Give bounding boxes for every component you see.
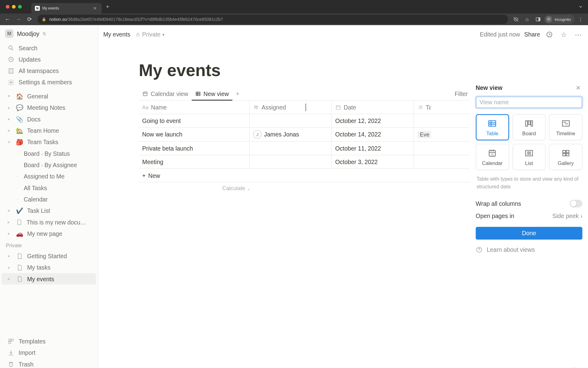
bookmark-star-icon[interactable]: ☆ — [522, 14, 532, 24]
column-header-assigned[interactable]: Assigned — [250, 101, 332, 114]
done-button[interactable]: Done — [476, 227, 582, 240]
incognito-label: Incognito — [555, 17, 571, 22]
sidebar-page-getting-started[interactable]: ▸ Getting Started — [2, 250, 96, 262]
cell-assigned[interactable] — [250, 155, 332, 168]
cell-assigned[interactable]: J James Jonas — [250, 128, 332, 141]
new-tab-button[interactable]: + — [102, 4, 114, 10]
chevron-right-icon[interactable]: ▸ — [6, 105, 12, 110]
cell-assigned[interactable] — [250, 114, 332, 127]
address-bar[interactable]: 🔒 notion.so/36d8a1be657e49d0940178c18eac… — [37, 15, 508, 24]
wrap-columns-toggle[interactable] — [570, 200, 582, 207]
sidebar-page-my-events[interactable]: ▸ My events — [2, 273, 96, 284]
sidebar-page-assigned-to-me[interactable]: · Assigned to Me — [2, 171, 96, 182]
cell-tags[interactable] — [414, 142, 431, 155]
sidebar-page-team-tasks[interactable]: ▾ 🎒 Team Tasks — [2, 136, 96, 148]
maximize-window-button[interactable] — [18, 5, 22, 9]
sidebar-page-calendar[interactable]: · Calendar — [2, 194, 96, 205]
calculate-button[interactable]: Calculate ⌄ — [139, 182, 334, 194]
sidebar-import[interactable]: Import — [2, 347, 96, 358]
sidebar-page-new-document[interactable]: ▸ This is my new document — [2, 216, 96, 228]
chevron-right-icon[interactable]: ▸ — [6, 117, 12, 121]
chevron-down-icon[interactable]: ▾ — [6, 140, 12, 144]
sidebar-page-team-home[interactable]: ▸ 🏡 Team Home — [2, 125, 96, 136]
side-panel-icon[interactable] — [533, 14, 543, 24]
cell-name[interactable]: Private beta launch — [139, 142, 250, 155]
sidebar-all-teamspaces[interactable]: All teamspaces — [2, 65, 96, 76]
sidebar-page-board-assignee[interactable]: · Board · By Assignee — [2, 159, 96, 171]
cell-date[interactable]: October 14, 2022 — [332, 128, 414, 141]
view-tab-calendar[interactable]: Calendar view — [139, 88, 191, 100]
sidebar-page-my-new-page[interactable]: ▸ 🚗 My new page — [2, 228, 96, 239]
workspace-switcher[interactable]: M Moodjoy ⇅ — [0, 25, 98, 42]
cell-name[interactable]: Now we launch — [139, 128, 250, 141]
chevron-right-icon[interactable]: ▸ — [6, 254, 12, 258]
filter-button[interactable]: Filter — [451, 89, 471, 99]
privacy-dropdown[interactable]: Private ▾ — [135, 31, 164, 38]
chevron-right-icon[interactable]: ▸ — [6, 128, 12, 133]
cell-name[interactable]: Meeting — [139, 155, 250, 168]
learn-about-views-link[interactable]: Learn about views — [476, 246, 582, 253]
sidebar-search[interactable]: Search — [2, 42, 96, 53]
page-title[interactable]: My events — [139, 61, 548, 80]
chevron-down-icon[interactable]: ▾ — [6, 94, 12, 98]
view-type-table[interactable]: Table — [476, 114, 509, 140]
updates-icon[interactable] — [544, 29, 554, 40]
cell-date[interactable]: October 11, 2022 — [332, 142, 414, 155]
cell-date[interactable]: October 3, 2022 — [332, 155, 414, 168]
sidebar-settings[interactable]: Settings & members — [2, 76, 96, 88]
close-window-button[interactable] — [6, 5, 9, 9]
sidebar-page-my-tasks[interactable]: ▸ My tasks — [2, 262, 96, 273]
forward-button[interactable]: → — [13, 14, 23, 24]
column-header-tags[interactable]: Ta — [414, 101, 431, 114]
sidebar-templates[interactable]: Templates — [2, 335, 96, 347]
back-button[interactable]: ← — [2, 14, 12, 24]
sidebar-page-meeting-notes[interactable]: ▸ 💬 Meeting Notes — [2, 102, 96, 113]
minimize-window-button[interactable] — [12, 5, 16, 9]
private-section-label[interactable]: Private — [0, 239, 98, 250]
sidebar-page-task-list[interactable]: ▸ ✔️ Task List — [2, 205, 96, 216]
view-type-calendar[interactable]: 31 Calendar — [476, 144, 509, 170]
reload-button[interactable]: ⟳ — [24, 14, 34, 24]
svg-point-5 — [10, 81, 12, 83]
breadcrumb[interactable]: My events Private ▾ — [103, 31, 164, 38]
add-view-button[interactable]: + — [232, 87, 243, 100]
favorite-star-icon[interactable]: ☆ — [559, 29, 569, 40]
chevron-down-icon[interactable] — [576, 5, 586, 9]
view-type-gallery[interactable]: Gallery — [549, 144, 582, 170]
sidebar-page-board-status[interactable]: · Board · By Status — [2, 148, 96, 159]
sidebar-page-docs[interactable]: ▸ 📎 Docs — [2, 113, 96, 125]
view-type-timeline[interactable]: Timeline — [549, 114, 582, 140]
view-type-board[interactable]: Board — [512, 114, 546, 140]
chevron-right-icon[interactable]: ▸ — [6, 220, 12, 224]
sidebar-page-general[interactable]: ▾ 🏠 General — [2, 90, 96, 102]
eye-off-icon[interactable] — [511, 14, 521, 24]
chevron-right-icon[interactable]: ▸ — [6, 277, 12, 281]
column-header-name[interactable]: Aa Name — [139, 101, 250, 114]
more-menu-icon[interactable]: ⋯ — [573, 29, 583, 40]
cell-tags[interactable]: Eve — [414, 128, 431, 141]
chevron-right-icon[interactable]: ▸ — [6, 208, 12, 213]
sidebar-trash[interactable]: Trash — [2, 358, 96, 368]
browser-tab[interactable]: N My events ✕ — [31, 3, 102, 13]
close-panel-button[interactable]: ✕ — [574, 84, 582, 92]
cell-tags[interactable] — [414, 155, 431, 168]
view-name-input[interactable] — [476, 96, 582, 108]
cell-date[interactable]: October 12, 2022 — [332, 114, 414, 127]
cell-tags[interactable] — [414, 114, 431, 127]
cell-assigned[interactable] — [250, 142, 332, 155]
sidebar-updates[interactable]: Updates — [2, 54, 96, 65]
column-header-date[interactable]: Date — [332, 101, 414, 114]
view-tab-new-view[interactable]: New view — [192, 88, 232, 100]
bullet-icon: · — [14, 197, 20, 201]
kebab-menu-icon[interactable]: ⋮ — [576, 14, 586, 24]
open-pages-in-row[interactable]: Open pages in Side peek › — [476, 210, 582, 222]
incognito-badge[interactable]: Incognito — [544, 15, 575, 24]
share-button[interactable]: Share — [524, 31, 540, 38]
chevron-right-icon[interactable]: ▸ — [6, 265, 12, 270]
close-tab-button[interactable]: ✕ — [92, 6, 98, 11]
sidebar-page-all-tasks[interactable]: · All Tasks — [2, 182, 96, 193]
cell-name[interactable]: Going to event — [139, 114, 250, 127]
view-type-list[interactable]: List — [512, 144, 546, 170]
chevron-right-icon[interactable]: ▸ — [6, 231, 12, 236]
text-cursor-icon — [305, 104, 306, 111]
